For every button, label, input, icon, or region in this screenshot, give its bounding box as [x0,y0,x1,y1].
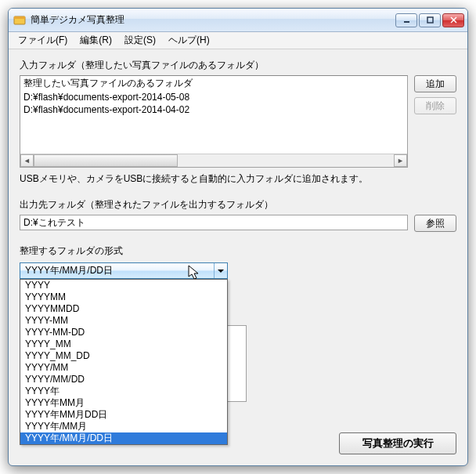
scroll-thumb[interactable] [34,154,178,167]
output-folder-label: 出力先フォルダ（整理されたファイルを出力するフォルダ） [20,198,456,212]
scroll-left-icon[interactable]: ◄ [20,154,34,167]
menu-file[interactable]: ファイル(F) [12,32,74,49]
menu-help[interactable]: ヘルプ(H) [162,32,216,49]
list-item[interactable]: D:¥flash¥documents-export-2014-04-02 [20,103,407,116]
browse-button[interactable]: 参照 [414,215,456,232]
format-option[interactable]: YYYYMMDD [20,303,227,315]
chevron-down-icon[interactable] [214,263,227,278]
format-dropdown[interactable]: YYYY YYYYMM YYYYMMDD YYYY-MM YYYY-MM-DD … [20,279,228,445]
menu-edit[interactable]: 編集(R) [74,32,118,49]
format-option[interactable]: YYYY/MM/DD [20,374,227,385]
list-item[interactable]: D:¥flash¥documents-export-2014-05-08 [20,91,407,103]
input-folder-list[interactable]: 整理したい写真ファイルのあるフォルダ D:¥flash¥documents-ex… [20,75,408,168]
format-option[interactable]: YYYY_MM [20,338,227,350]
client-area: 入力フォルダ（整理したい写真ファイルのあるフォルダ） 整理したい写真ファイルのあ… [9,49,467,465]
input-folder-label: 入力フォルダ（整理したい写真ファイルのあるフォルダ） [20,59,456,72]
run-button[interactable]: 写真整理の実行 [339,432,456,454]
minimize-button[interactable] [395,13,417,27]
titlebar: 簡単デジカメ写真整理 [9,9,467,32]
format-option[interactable]: YYYY_MM_DD [20,350,227,362]
scroll-right-icon[interactable]: ► [394,154,407,167]
format-option[interactable]: YYYY年MM月 [20,397,227,409]
svg-rect-3 [427,17,433,23]
format-option[interactable]: YYYY [20,280,227,291]
horizontal-scrollbar[interactable]: ◄ ► [20,154,407,167]
window-controls [395,13,464,27]
list-item[interactable]: 整理したい写真ファイルのあるフォルダ [20,76,407,91]
add-button[interactable]: 追加 [414,75,456,92]
svg-rect-1 [14,16,25,19]
output-folder-field[interactable] [20,215,408,230]
format-option[interactable]: YYYY年 [20,385,227,397]
format-combobox[interactable]: YYYY年/MM月/DD日 [20,262,228,279]
menu-settings[interactable]: 設定(S) [118,32,162,49]
delete-button[interactable]: 削除 [414,97,456,114]
format-option[interactable]: YYYY-MM-DD [20,327,227,338]
format-option[interactable]: YYYY年MM月DD日 [20,409,227,421]
format-option[interactable]: YYYY/MM [20,362,227,374]
menubar: ファイル(F) 編集(R) 設定(S) ヘルプ(H) [9,32,467,49]
format-option[interactable]: YYYY年/MM月/DD日 [20,432,227,444]
usb-note: USBメモリや、カメラをUSBに接続すると自動的に入力フォルダに追加されます。 [20,172,456,186]
scroll-track[interactable] [34,154,394,167]
app-window: 簡単デジカメ写真整理 ファイル(F) 編集(R) 設定(S) ヘルプ(H) 入力… [8,8,468,466]
format-option[interactable]: YYYYMM [20,291,227,303]
window-title: 簡単デジカメ写真整理 [31,13,395,27]
format-option[interactable]: YYYY年/MM月 [20,421,227,432]
app-icon [13,14,26,27]
close-button[interactable] [442,13,464,27]
format-option[interactable]: YYYY-MM [20,315,227,327]
format-label: 整理するフォルダの形式 [20,244,456,258]
format-selected-value: YYYY年/MM月/DD日 [25,264,113,277]
maximize-button[interactable] [419,13,441,27]
